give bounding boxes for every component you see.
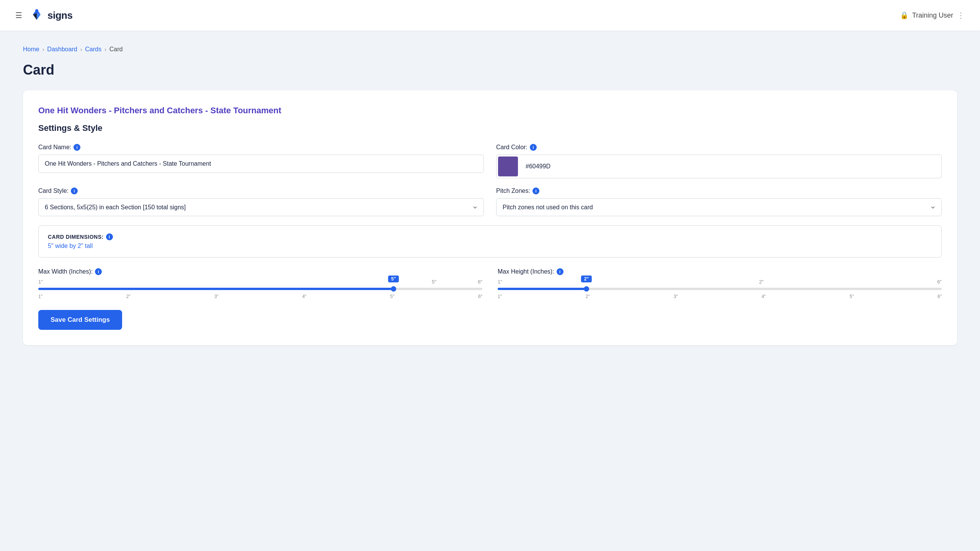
breadcrumb-sep-2: › [80,46,82,52]
header-right: 🔒 Training User ⋮ [900,11,965,20]
width-track-bg: 5" [38,288,482,290]
logo-text: signs [47,10,72,21]
width-slider-track: 5" [38,288,482,290]
width-thumb-label: 5" [388,276,399,282]
dimensions-value: 5" wide by 2" tall [48,243,932,249]
settings-title: Settings & Style [38,123,942,133]
height-slider-label: Max Height (Inches): i [498,268,942,275]
card-color-label: Card Color: i [496,144,942,151]
width-top-labels: 1" 5" 6" [38,279,482,285]
pitch-zones-select[interactable]: Pitch zones not used on this card 4 zone… [496,198,942,216]
header: ☰ signs 🔒 Training User ⋮ [0,0,980,31]
width-thumb[interactable]: 5" [391,286,396,292]
height-track-bg: 2" [498,288,942,290]
menu-icon[interactable]: ☰ [15,11,22,20]
height-bottom-labels: 1" 2" 3" 4" 5" 6" [498,294,942,299]
page-title: Card [23,62,957,78]
width-bottom-labels: 1" 2" 3" 4" 5" 6" [38,294,482,299]
logo[interactable]: signs [28,7,72,24]
lock-icon: 🔒 [900,11,908,20]
height-info-icon[interactable]: i [557,268,564,275]
form-row-1: Card Name: i Card Color: i #60499D [38,144,942,178]
header-left: ☰ signs [15,7,72,24]
height-track-fill [498,288,586,290]
main-content: Home › Dashboard › Cards › Card Card One… [0,31,980,360]
pitch-zones-group: Pitch Zones: i Pitch zones not used on t… [496,187,942,216]
dimensions-label: CARD DIMENSIONS: i [48,233,932,240]
card-style-select[interactable]: 6 Sections, 5x5(25) in each Section [150… [38,198,484,216]
width-info-icon[interactable]: i [95,268,102,275]
logo-image [28,7,45,24]
width-track-fill [38,288,394,290]
pitch-zones-label: Pitch Zones: i [496,187,942,194]
card-name-info-icon[interactable]: i [74,144,80,151]
breadcrumb-current: Card [109,46,123,53]
color-swatch [498,156,518,176]
svg-point-0 [35,9,38,12]
width-slider-group: Max Width (Inches): i 1" 5" 6" 5" [38,268,482,299]
card-subtitle: One Hit Wonders - Pitchers and Catchers … [38,106,942,116]
card-color-info-icon[interactable]: i [530,144,537,151]
form-row-2: Card Style: i 6 Sections, 5x5(25) in eac… [38,187,942,216]
card-color-input-group[interactable]: #60499D [496,155,942,178]
save-card-settings-button[interactable]: Save Card Settings [38,310,122,330]
height-slider-group: Max Height (Inches): i 1" 2" 6" 2" [498,268,942,299]
card-style-group: Card Style: i 6 Sections, 5x5(25) in eac… [38,187,484,216]
breadcrumb-sep-3: › [105,46,106,52]
user-name: Training User [912,11,953,20]
color-hex-value: #60499D [519,163,941,170]
height-slider-track: 2" [498,288,942,290]
card-name-group: Card Name: i [38,144,484,178]
card-name-label: Card Name: i [38,144,484,151]
width-slider-label: Max Width (Inches): i [38,268,482,275]
height-thumb[interactable]: 2" [584,286,589,292]
card-style-info-icon[interactable]: i [71,187,78,194]
breadcrumb-home[interactable]: Home [23,46,39,53]
card-color-group: Card Color: i #60499D [496,144,942,178]
dimensions-section: CARD DIMENSIONS: i 5" wide by 2" tall [38,225,942,258]
pitch-zones-info-icon[interactable]: i [532,187,539,194]
dimensions-info-icon[interactable]: i [106,233,113,240]
card-container: One Hit Wonders - Pitchers and Catchers … [23,90,957,345]
card-style-label: Card Style: i [38,187,484,194]
breadcrumb-sep-1: › [42,46,44,52]
breadcrumb-cards[interactable]: Cards [85,46,101,53]
height-thumb-label: 2" [581,276,592,282]
height-top-labels: 1" 2" 6" [498,279,942,285]
card-name-input[interactable] [38,155,484,173]
breadcrumb: Home › Dashboard › Cards › Card [23,46,957,53]
sliders-row: Max Width (Inches): i 1" 5" 6" 5" [38,268,942,299]
breadcrumb-dashboard[interactable]: Dashboard [47,46,77,53]
more-menu-icon[interactable]: ⋮ [957,11,965,20]
